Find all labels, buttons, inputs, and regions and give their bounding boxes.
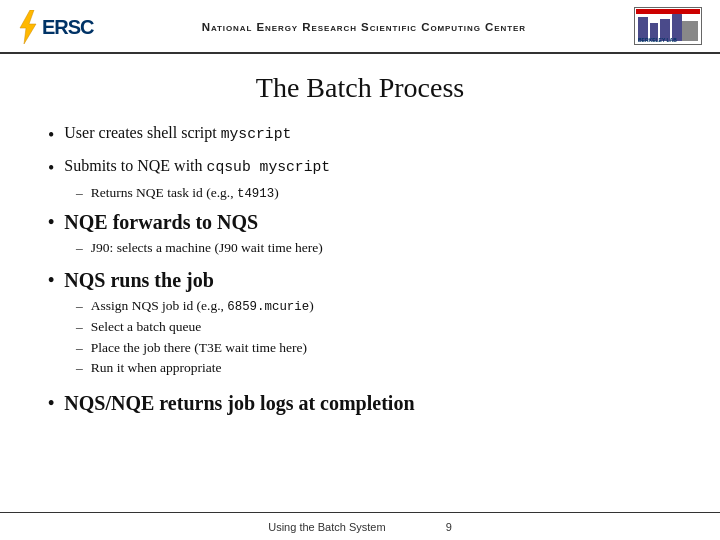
sub-dash: – <box>76 358 83 378</box>
sub-text: Place the job there (T3E wait time here) <box>91 338 307 358</box>
bullet-row: • Submits to NQE with cqsub myscript <box>48 155 672 180</box>
bullet-text: NQS/NQE returns job logs at completion <box>64 390 414 417</box>
bullet-row-large: • NQS runs the job <box>48 267 672 294</box>
bullet-row-large: • NQS/NQE returns job logs at completion <box>48 390 672 417</box>
slide: ERSC National Energy Research Scientific… <box>0 0 720 540</box>
list-item: • NQS runs the job – Assign NQS job id (… <box>48 267 672 386</box>
bullet-text: NQS runs the job <box>64 267 213 294</box>
list-item: – Returns NQE task id (e.g., t4913) <box>76 183 672 203</box>
bullet-dot: • <box>48 391 54 415</box>
berkeley-lab-logo: BERKELEY LAB <box>634 7 704 47</box>
list-item: – Assign NQS job id (e.g., 6859.mcurie) <box>76 296 672 316</box>
list-item: – Run it when appropriate <box>76 358 672 378</box>
sub-dash: – <box>76 238 83 258</box>
list-item: – J90: selects a machine (J90 wait time … <box>76 238 672 258</box>
slide-content: The Batch Process • User creates shell s… <box>0 54 720 512</box>
list-item: – Select a batch queue <box>76 317 672 337</box>
sub-dash: – <box>76 296 83 316</box>
slide-title: The Batch Process <box>48 72 672 104</box>
bullet-dot: • <box>48 210 54 234</box>
nersc-lightning-icon <box>16 10 38 44</box>
sub-dash: – <box>76 317 83 337</box>
code-myscript: myscript <box>221 126 292 142</box>
footer-page: 9 <box>446 521 452 533</box>
list-item: • NQE forwards to NQS – J90: selects a m… <box>48 209 672 264</box>
list-item: • NQS/NQE returns job logs at completion <box>48 390 672 420</box>
code-cqsub: cqsub myscript <box>207 159 331 175</box>
bullet-text: NQE forwards to NQS <box>64 209 258 236</box>
bullet-dot: • <box>48 123 54 147</box>
svg-rect-7 <box>682 21 698 41</box>
sub-list: – Assign NQS job id (e.g., 6859.mcurie) … <box>76 296 672 378</box>
svg-rect-8 <box>636 9 700 14</box>
code-jobid: 6859.mcurie <box>227 300 309 314</box>
footer-label: Using the Batch System <box>268 521 385 533</box>
header-title-text: National Energy Research Scientific Comp… <box>202 21 526 33</box>
nersc-name-block: ERSC <box>42 17 94 37</box>
list-item: • Submits to NQE with cqsub myscript – R… <box>48 155 672 208</box>
bullet-text: Submits to NQE with cqsub myscript <box>64 155 330 178</box>
bullet-list: • User creates shell script myscript • S… <box>48 122 672 420</box>
code-t4913: t4913 <box>237 187 274 201</box>
sub-text: Run it when appropriate <box>91 358 222 378</box>
footer: Using the Batch System 9 <box>0 512 720 540</box>
sub-dash: – <box>76 338 83 358</box>
sub-dash: – <box>76 183 83 203</box>
list-item: • User creates shell script myscript <box>48 122 672 147</box>
sub-text: Select a batch queue <box>91 317 202 337</box>
bullet-text: User creates shell script myscript <box>64 122 291 145</box>
berkeley-logo-svg: BERKELEY LAB <box>636 9 700 43</box>
bullet-dot: • <box>48 268 54 292</box>
bullet-row-large: • NQE forwards to NQS <box>48 209 672 236</box>
header-title: National Energy Research Scientific Comp… <box>94 21 634 33</box>
list-item: – Place the job there (T3E wait time her… <box>76 338 672 358</box>
sub-list: – J90: selects a machine (J90 wait time … <box>76 238 672 258</box>
svg-marker-0 <box>20 10 36 44</box>
berkeley-logo-box: BERKELEY LAB <box>634 7 702 45</box>
header: ERSC National Energy Research Scientific… <box>0 0 720 54</box>
sub-text: Returns NQE task id (e.g., t4913) <box>91 183 279 203</box>
sub-text: J90: selects a machine (J90 wait time he… <box>91 238 323 258</box>
sub-list: – Returns NQE task id (e.g., t4913) <box>76 183 672 203</box>
nersc-logo: ERSC <box>16 10 94 44</box>
sub-text: Assign NQS job id (e.g., 6859.mcurie) <box>91 296 314 316</box>
nersc-acronym: ERSC <box>42 17 94 37</box>
bullet-dot: • <box>48 156 54 180</box>
svg-text:BERKELEY LAB: BERKELEY LAB <box>638 37 677 43</box>
